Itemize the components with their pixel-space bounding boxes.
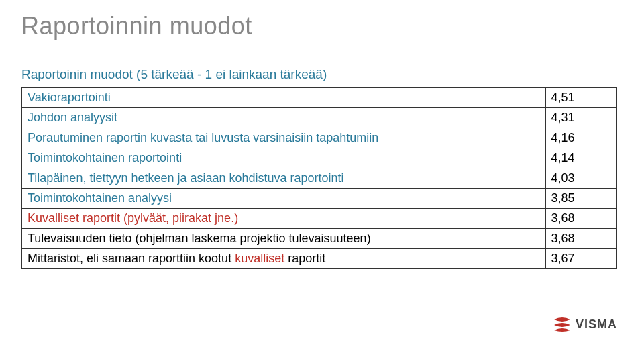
report-table: Vakioraportointi4,51Johdon analyysit4,31… [21, 87, 617, 269]
table-cell-value: 4,31 [545, 108, 616, 128]
table-cell-label: Porautuminen raportin kuvasta tai luvust… [22, 128, 546, 148]
label-text: Porautuminen raportin kuvasta tai luvust… [28, 131, 378, 144]
table-row: Vakioraportointi4,51 [22, 88, 617, 108]
table-cell-value: 4,16 [545, 128, 616, 148]
table-row: Johdon analyysit4,31 [22, 108, 617, 128]
label-text: Toimintokohtainen raportointi [28, 151, 182, 164]
label-part: Mittaristot, eli samaan raporttiin kootu… [28, 252, 235, 265]
visma-logo: VISMA [553, 317, 617, 332]
label-text: Tulevaisuuden tieto (ohjelman laskema pr… [28, 232, 371, 245]
table-row: Kuvalliset raportit (pylväät, piirakat j… [22, 209, 617, 229]
table-cell-label: Tilapäinen, tiettyyn hetkeen ja asiaan k… [22, 168, 546, 189]
label-text: Tilapäinen, tiettyyn hetkeen ja asiaan k… [28, 171, 344, 185]
table-cell-value: 3,67 [545, 249, 616, 269]
label-text: Kuvalliset raportit (pylväät, piirakat j… [28, 211, 238, 225]
table-cell-value: 4,14 [545, 148, 616, 168]
table-row: Tulevaisuuden tieto (ohjelman laskema pr… [22, 229, 617, 249]
table-cell-value: 3,85 [545, 189, 616, 209]
table-cell-value: 4,51 [545, 88, 616, 108]
label-part: kuvalliset [235, 252, 288, 265]
table-row: Toimintokohtainen analyysi3,85 [22, 189, 617, 209]
table-subtitle: Raportoinin muodot (5 tärkeää - 1 ei lai… [21, 67, 617, 82]
table-cell-label: Johdon analyysit [22, 108, 546, 128]
table-row: Porautuminen raportin kuvasta tai luvust… [22, 128, 617, 148]
table-row: Mittaristot, eli samaan raporttiin kootu… [22, 249, 617, 269]
label-text: Johdon analyysit [28, 111, 117, 124]
table-row: Tilapäinen, tiettyyn hetkeen ja asiaan k… [22, 168, 617, 189]
table-cell-label: Vakioraportointi [22, 88, 546, 108]
table-cell-label: Tulevaisuuden tieto (ohjelman laskema pr… [22, 229, 546, 249]
visma-logo-icon [553, 317, 572, 332]
visma-logo-text: VISMA [576, 317, 617, 332]
page-title: Raportoinnin muodot [21, 12, 617, 40]
table-row: Toimintokohtainen raportointi4,14 [22, 148, 617, 168]
table-cell-label: Mittaristot, eli samaan raporttiin kootu… [22, 249, 546, 269]
table-cell-label: Toimintokohtainen raportointi [22, 148, 546, 168]
table-cell-label: Kuvalliset raportit (pylväät, piirakat j… [22, 209, 546, 229]
table-cell-value: 4,03 [545, 168, 616, 189]
table-cell-label: Toimintokohtainen analyysi [22, 189, 546, 209]
label-text: Vakioraportointi [28, 91, 111, 104]
label-text: Toimintokohtainen analyysi [28, 191, 172, 205]
table-cell-value: 3,68 [545, 209, 616, 229]
table-cell-value: 3,68 [545, 229, 616, 249]
label-part: raportit [288, 252, 325, 265]
